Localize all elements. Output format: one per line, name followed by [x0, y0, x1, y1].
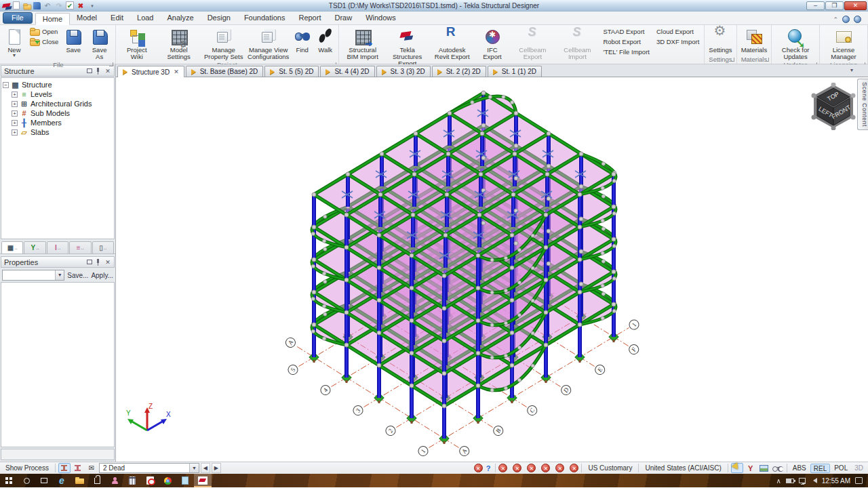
minimize-ribbon-icon[interactable]: ⌃ — [833, 16, 838, 23]
dock-tab-validation-tab[interactable]: Y.. — [24, 241, 45, 253]
mode-button-rel[interactable]: REL — [810, 464, 830, 473]
about-icon[interactable] — [854, 16, 861, 23]
close-panel-icon[interactable]: ✕ — [104, 259, 111, 266]
dialog-launcher-icon[interactable] — [730, 58, 734, 62]
file-menu-button[interactable]: File — [3, 12, 33, 24]
menu-tab-windows[interactable]: Windows — [359, 12, 403, 24]
taskbar-task-view-icon[interactable] — [35, 474, 53, 487]
ribbon-button-check-for-updates[interactable]: Check for Updates — [773, 26, 818, 61]
close-button[interactable]: ✕ — [844, 1, 867, 10]
view-tab-st-base-base-2d[interactable]: St. Base (Base) 2D — [186, 66, 264, 77]
menu-tab-edit[interactable]: Edit — [104, 12, 130, 24]
status-cross-icon[interactable]: ✕ — [541, 464, 550, 472]
speaker-icon[interactable] — [810, 478, 817, 483]
next-loadcase-button[interactable]: ▶ — [212, 463, 221, 473]
taskbar-acrobat-icon[interactable] — [141, 474, 159, 487]
ribbon-button-materials[interactable]: Materials — [738, 26, 770, 55]
tab-list-dropdown-icon[interactable]: ▾ — [850, 67, 853, 73]
view-tab-st-1-1-2d[interactable]: St. 1 (1) 2D — [488, 66, 542, 77]
ribbon-button-manage-property-sets[interactable]: Manage Property Sets — [201, 26, 246, 61]
design-code-selector[interactable]: United States (ACI/AISC) — [642, 464, 724, 472]
menu-tab-home[interactable]: Home — [35, 13, 70, 25]
tree-item-levels[interactable]: +≡Levels — [3, 89, 113, 99]
ribbon-button-close[interactable]: Close — [27, 37, 60, 46]
property-set-combo[interactable]: ▼ — [2, 270, 64, 281]
ribbon-button-save-as[interactable]: Save As — [85, 26, 114, 61]
dock-tab-wall-tab[interactable]: ▯.. — [92, 241, 114, 253]
member-edit-icon[interactable] — [72, 463, 84, 473]
status-cross-icon[interactable]: ✕ — [570, 464, 578, 472]
ribbon-button-open[interactable]: Open — [27, 26, 60, 36]
scene-content-tab[interactable]: Scene Content — [857, 79, 868, 130]
taskbar-calculator-icon[interactable] — [123, 474, 141, 487]
menu-tab-analyze[interactable]: Analyze — [161, 12, 201, 24]
view-tab-st-5-5-2d[interactable]: St. 5 (5) 2D — [264, 66, 319, 77]
taskbar-chrome-icon[interactable] — [159, 474, 176, 487]
notification-icon[interactable] — [855, 477, 863, 484]
select-cursor-icon[interactable] — [731, 463, 743, 473]
view-icon[interactable] — [772, 463, 784, 473]
validate-icon[interactable]: ✔ — [66, 1, 74, 9]
taskbar-store-icon[interactable] — [88, 474, 106, 487]
save-icon[interactable] — [33, 2, 41, 9]
menu-tab-model[interactable]: Model — [70, 12, 104, 24]
clock[interactable]: 12:55 AM — [822, 477, 850, 485]
ribbon-button-cellbeam-export[interactable]: Cellbeam Export — [510, 26, 555, 68]
tree-item-sub-models[interactable]: +#Sub Models — [3, 108, 113, 118]
ribbon-button-tekla-structures-export[interactable]: Tekla Structures Export — [385, 26, 430, 68]
status-cross-icon[interactable]: ✕ — [527, 464, 536, 472]
view-tab-st-3-3-2d[interactable]: St. 3 (3) 2D — [376, 66, 431, 77]
battery-icon[interactable] — [786, 479, 794, 483]
ribbon-button-model-settings[interactable]: Model Settings — [157, 26, 201, 61]
network-icon[interactable] — [799, 478, 806, 483]
float-panel-icon[interactable] — [87, 260, 92, 264]
tree-item-structure[interactable]: −▦Structure — [3, 80, 113, 89]
menu-tab-load[interactable]: Load — [130, 12, 160, 24]
ribbon-button-new[interactable]: New▼ — [3, 26, 26, 61]
ribbon-button-settings[interactable]: Settings — [706, 26, 734, 55]
menu-tab-design[interactable]: Design — [201, 12, 237, 24]
status-cross-icon[interactable]: ✕ — [555, 464, 564, 472]
tree-expander-icon[interactable]: + — [12, 120, 18, 126]
tree-item-architectural-grids[interactable]: +⊞Architectural Grids — [3, 99, 113, 108]
tree-expander-icon[interactable]: + — [12, 129, 18, 136]
ribbon-button-license-manager[interactable]: License Manager — [821, 26, 866, 61]
combo-dropdown-icon[interactable]: ▼ — [189, 464, 199, 472]
dock-tab-structure-tab[interactable]: ▦.. — [1, 241, 23, 253]
tray-expand-icon[interactable]: ∧ — [776, 477, 781, 485]
taskbar-explorer-icon[interactable] — [71, 474, 88, 487]
tree-expander-icon[interactable]: + — [12, 101, 18, 107]
close-tab-icon[interactable]: ✕ — [174, 68, 179, 75]
redo-icon[interactable]: ↷ — [54, 1, 64, 10]
apply-property-button[interactable]: Apply... — [91, 272, 113, 279]
float-panel-icon[interactable] — [87, 68, 92, 73]
navigation-cube[interactable]: TOP LEFT FRONT — [811, 83, 856, 130]
tree-expander-icon[interactable]: + — [12, 110, 18, 117]
dock-tab-beam-tab[interactable]: ≡.. — [69, 241, 91, 253]
mail-icon[interactable]: ✉ — [85, 463, 98, 473]
restore-button[interactable]: ❐ — [825, 1, 844, 10]
view-tab-st-4-4-2d[interactable]: St. 4 (4) 2D — [320, 66, 374, 77]
ribbon-button-tel-file-import[interactable]: 'TEL' File Import — [601, 47, 652, 56]
ribbon-button-manage-view-configurations[interactable]: Manage View Configurations — [246, 26, 291, 61]
ribbon-button-structural-bim-import[interactable]: Structural BIM Import — [340, 26, 385, 68]
3d-viewport[interactable]: ABCDEF12345A1 TOP LEFT FRONT — [116, 77, 868, 462]
ribbon-button-cloud-export[interactable]: Cloud Export — [654, 26, 701, 36]
structural-model-svg[interactable]: ABCDEF12345A1 — [116, 77, 867, 462]
ribbon-button-robot-export[interactable]: Robot Export — [601, 37, 652, 46]
help-icon[interactable] — [842, 16, 850, 23]
dialog-launcher-icon[interactable] — [109, 62, 113, 66]
ribbon-button-autodesk-revit-export[interactable]: Autodesk Revit Export — [430, 26, 475, 68]
status-cross-icon[interactable]: ✕ — [513, 464, 521, 472]
taskbar-notes-icon[interactable] — [176, 474, 194, 487]
view-tab-st-2-2-2d[interactable]: St. 2 (2) 2D — [432, 66, 486, 77]
taskbar-start-icon[interactable] — [0, 474, 18, 487]
qat-dropdown-icon[interactable]: ▾ — [87, 1, 97, 10]
member-icon[interactable] — [58, 463, 71, 473]
tree-expander-icon[interactable]: + — [12, 92, 18, 98]
show-process-button[interactable]: Show Process — [2, 464, 52, 472]
open-icon[interactable] — [22, 1, 31, 10]
combo-dropdown-icon[interactable]: ▼ — [55, 270, 64, 280]
status-cross-icon[interactable]: ✕ — [498, 464, 507, 472]
pin-panel-icon[interactable] — [95, 68, 102, 75]
